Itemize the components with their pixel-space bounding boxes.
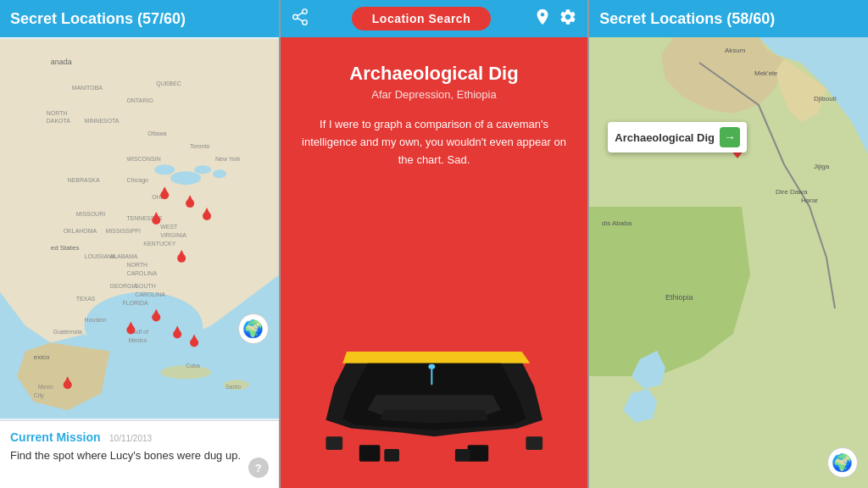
svg-text:Chicago: Chicago [126,177,148,184]
globe-icon-right: 🌍 [832,452,853,473]
svg-point-70 [302,19,307,24]
card-subtitle: Afar Depression, Ethiopia [371,88,496,101]
svg-text:GEORGIA: GEORGIA [109,283,137,289]
mission-label: Current Mission [10,430,101,444]
svg-text:Guatemala: Guatemala [53,330,82,336]
svg-text:ed States: ed States [51,244,80,252]
svg-point-2 [154,164,175,175]
svg-text:Houston: Houston [85,317,107,323]
svg-text:New York: New York [215,156,241,162]
dig-illustration [301,319,568,488]
svg-text:DAKOTA: DAKOTA [47,118,70,124]
popup-label: Archaeological Dig [615,131,715,144]
svg-text:Toronto: Toronto [190,143,209,149]
share-icon[interactable] [291,8,309,30]
svg-text:Ethiopia: Ethiopia [665,293,693,302]
svg-text:Dire Dawa: Dire Dawa [776,188,808,196]
svg-text:Aksum: Aksum [725,47,746,54]
mission-bar: Current Mission 10/11/2013 Find the spot… [0,420,279,488]
mission-date: 10/11/2013 [109,434,152,443]
popup-arrow-button[interactable]: → [720,127,740,147]
left-map[interactable]: anada MANITOBA NORTH DAKOTA MINNESOTA ON… [0,37,279,420]
settings-icon[interactable] [559,8,577,30]
svg-text:FLORIDA: FLORIDA [122,300,148,306]
left-header-title: Secret Locations (57/60) [10,10,269,28]
svg-rect-79 [467,445,488,462]
svg-text:City: City [34,392,45,399]
svg-text:WISCONSIN: WISCONSIN [126,156,160,162]
mission-help-button[interactable]: ? [248,458,269,478]
right-header: Secret Locations (58/60) [589,0,868,37]
svg-point-68 [302,8,307,14]
card-title: Archaeological Dig [349,63,518,85]
svg-text:TEXAS: TEXAS [76,296,96,302]
globe-button-left[interactable]: 🌍 [238,313,269,344]
svg-text:MISSOURI: MISSOURI [76,211,106,217]
svg-rect-81 [326,436,342,450]
svg-text:Ottawa: Ottawa [147,130,166,136]
svg-text:Jijiga: Jijiga [814,163,830,170]
svg-text:WEST: WEST [160,224,178,230]
svg-text:MINNESOTA: MINNESOTA [85,118,120,124]
svg-text:CAROLINA: CAROLINA [135,291,165,297]
svg-text:SOUTH: SOUTH [135,283,155,289]
svg-rect-78 [384,449,399,462]
svg-rect-77 [359,445,381,462]
svg-text:Mexic: Mexic [38,384,54,390]
svg-text:Mek'ele: Mek'ele [754,69,778,77]
svg-text:MISSISSIPPI: MISSISSIPPI [106,228,142,234]
svg-text:OKLAHOMA: OKLAHOMA [64,228,97,234]
svg-text:NORTH: NORTH [126,262,147,268]
svg-text:dis Ababa: dis Ababa [602,219,632,227]
svg-text:LOUISIANA: LOUISIANA [85,253,117,259]
svg-rect-82 [526,436,542,450]
svg-text:MANITOBA: MANITOBA [72,85,103,91]
center-header: Location Search [281,0,588,37]
left-panel: Secret Locations (57/60) anada [0,0,279,488]
svg-line-71 [298,18,303,21]
svg-point-1 [170,171,201,185]
svg-text:CAROLINA: CAROLINA [126,270,157,276]
left-header: Secret Locations (57/60) [0,0,279,37]
svg-point-69 [292,14,298,19]
svg-point-4 [213,169,226,178]
svg-text:Cuba: Cuba [186,363,200,369]
location-search-button[interactable]: Location Search [352,7,491,30]
svg-text:Harar: Harar [801,197,818,204]
mission-text: Find the spot where Lucy's bones were du… [10,448,269,463]
svg-line-72 [298,12,303,15]
svg-text:Mexico: Mexico [128,337,147,343]
right-map[interactable]: Aksum Mek'ele Djibouti Dessie Dire Dawa … [589,37,868,488]
right-header-title: Secret Locations (58/60) [599,10,858,28]
svg-text:QUEBEC: QUEBEC [156,80,181,87]
svg-text:NEBRASKA: NEBRASKA [68,177,100,183]
svg-text:ONTARIO: ONTARIO [126,97,153,103]
person-location-icon[interactable] [533,8,552,30]
svg-text:exico: exico [34,353,50,361]
svg-text:Djibouti: Djibouti [814,95,837,103]
svg-text:Santo: Santo [225,384,241,390]
globe-button-right[interactable]: 🌍 [827,447,858,478]
svg-point-3 [194,165,211,174]
svg-rect-75 [431,369,432,385]
right-panel: Secret Locations (58/60) Aksum Mek'el [589,0,868,488]
svg-text:anada: anada [51,58,72,66]
svg-rect-80 [455,449,470,462]
svg-text:VIRGINIA: VIRGINIA [160,232,186,238]
globe-icon-left: 🌍 [242,319,264,339]
svg-text:NORTH: NORTH [47,110,68,116]
svg-text:KENTUCKY: KENTUCKY [143,241,175,247]
card-area: Archaeological Dig Afar Depression, Ethi… [281,37,588,488]
location-popup[interactable]: Archaeological Dig → [608,122,747,152]
card-description: If I were to graph a comparison of a cav… [301,116,568,169]
svg-point-74 [541,13,545,17]
center-panel: Location Search Archaeological Dig Afar … [281,0,588,488]
svg-point-76 [428,364,435,369]
